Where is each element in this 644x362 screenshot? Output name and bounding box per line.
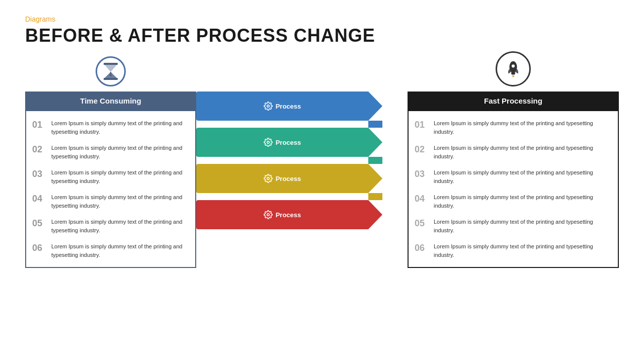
gear-icon-3 bbox=[264, 210, 273, 219]
item-number: 02 bbox=[32, 144, 46, 155]
item-number: 05 bbox=[415, 218, 429, 229]
process-label-2: Process bbox=[276, 175, 301, 183]
color-band-3 bbox=[368, 193, 382, 200]
process-arrow-4: Process bbox=[196, 200, 382, 229]
svg-rect-1 bbox=[104, 78, 118, 80]
arrow-gap-2 bbox=[196, 157, 368, 164]
item-text: Lorem Ipsum is simply dummy text of the … bbox=[434, 242, 612, 259]
left-list-item: 02 Lorem Ipsum is simply dummy text of t… bbox=[32, 140, 189, 164]
item-number: 04 bbox=[32, 193, 46, 205]
right-list-item: 06 Lorem Ipsum is simply dummy text of t… bbox=[415, 238, 612, 263]
item-text: Lorem Ipsum is simply dummy text of the … bbox=[51, 193, 189, 210]
left-list-item: 04 Lorem Ipsum is simply dummy text of t… bbox=[32, 189, 189, 214]
color-band-1 bbox=[368, 121, 382, 128]
right-panel-body: 01 Lorem Ipsum is simply dummy text of t… bbox=[408, 110, 619, 268]
right-list-item: 05 Lorem Ipsum is simply dummy text of t… bbox=[415, 214, 612, 238]
hourglass-icon bbox=[96, 56, 126, 86]
process-arrow-2: Process bbox=[196, 128, 382, 157]
item-number: 04 bbox=[415, 193, 429, 205]
arrow-gap-3 bbox=[196, 193, 368, 200]
svg-point-4 bbox=[267, 105, 269, 108]
svg-point-3 bbox=[110, 74, 112, 76]
slide: Diagrams BEFORE & AFTER PROCESS CHANGE T… bbox=[0, 0, 644, 362]
item-text: Lorem Ipsum is simply dummy text of the … bbox=[434, 168, 612, 185]
item-text: Lorem Ipsum is simply dummy text of the … bbox=[51, 144, 189, 160]
svg-point-9 bbox=[511, 64, 515, 68]
item-number: 02 bbox=[415, 144, 429, 155]
left-list-item: 05 Lorem Ipsum is simply dummy text of t… bbox=[32, 214, 189, 238]
item-text: Lorem Ipsum is simply dummy text of the … bbox=[51, 242, 189, 259]
process-label-3: Process bbox=[276, 211, 301, 219]
item-number: 03 bbox=[415, 168, 429, 180]
gear-icon-1 bbox=[264, 138, 273, 147]
process-label-0: Process bbox=[276, 103, 301, 110]
item-number: 06 bbox=[32, 242, 46, 254]
process-label-1: Process bbox=[276, 139, 301, 146]
svg-point-6 bbox=[267, 177, 269, 180]
item-text: Lorem Ipsum is simply dummy text of the … bbox=[51, 119, 189, 136]
right-list-item: 04 Lorem Ipsum is simply dummy text of t… bbox=[415, 189, 612, 214]
svg-rect-10 bbox=[511, 72, 515, 75]
color-band-2 bbox=[368, 157, 382, 164]
arrow-gap-1 bbox=[196, 121, 368, 128]
right-list-item: 02 Lorem Ipsum is simply dummy text of t… bbox=[415, 140, 612, 164]
right-panel-header: Fast Processing bbox=[408, 92, 619, 110]
item-number: 03 bbox=[32, 168, 46, 180]
rocket-icon bbox=[496, 51, 531, 86]
item-text: Lorem Ipsum is simply dummy text of the … bbox=[434, 193, 612, 210]
content-area: Time Consuming 01 Lorem Ipsum is simply … bbox=[25, 61, 619, 268]
gear-icon-0 bbox=[264, 102, 273, 111]
left-list-item: 06 Lorem Ipsum is simply dummy text of t… bbox=[32, 238, 189, 263]
item-number: 01 bbox=[415, 119, 429, 131]
svg-point-7 bbox=[267, 214, 269, 216]
item-number: 01 bbox=[32, 119, 46, 131]
right-list-item: 01 Lorem Ipsum is simply dummy text of t… bbox=[415, 115, 612, 140]
left-list-item: 01 Lorem Ipsum is simply dummy text of t… bbox=[32, 115, 189, 140]
item-text: Lorem Ipsum is simply dummy text of the … bbox=[51, 218, 189, 234]
center-arrows: Process Process Process bbox=[196, 92, 382, 229]
left-list-item: 03 Lorem Ipsum is simply dummy text of t… bbox=[32, 164, 189, 189]
item-number: 06 bbox=[415, 242, 429, 254]
gear-icon-2 bbox=[264, 174, 273, 183]
item-text: Lorem Ipsum is simply dummy text of the … bbox=[434, 119, 612, 136]
svg-point-5 bbox=[267, 141, 269, 144]
right-panel: Fast Processing 01 Lorem Ipsum is simply… bbox=[408, 92, 619, 268]
main-title: BEFORE & AFTER PROCESS CHANGE bbox=[25, 25, 619, 46]
process-arrow-1: Process bbox=[196, 92, 382, 121]
item-number: 05 bbox=[32, 218, 46, 229]
item-text: Lorem Ipsum is simply dummy text of the … bbox=[51, 168, 189, 185]
svg-rect-0 bbox=[104, 63, 118, 65]
right-list-item: 03 Lorem Ipsum is simply dummy text of t… bbox=[415, 164, 612, 189]
item-text: Lorem Ipsum is simply dummy text of the … bbox=[434, 144, 612, 160]
left-panel: Time Consuming 01 Lorem Ipsum is simply … bbox=[25, 92, 196, 268]
process-arrow-3: Process bbox=[196, 164, 382, 193]
left-panel-body: 01 Lorem Ipsum is simply dummy text of t… bbox=[25, 110, 196, 268]
left-panel-header: Time Consuming bbox=[25, 92, 196, 110]
category-label: Diagrams bbox=[25, 15, 619, 23]
item-text: Lorem Ipsum is simply dummy text of the … bbox=[434, 218, 612, 234]
